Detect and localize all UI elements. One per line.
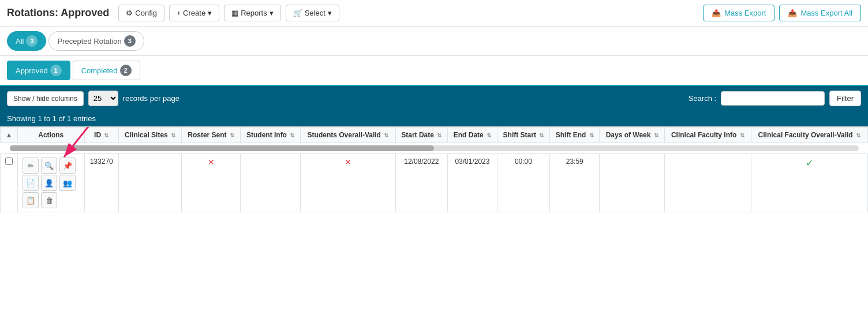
sort-icon: ⇅ [290,132,294,138]
select-button[interactable]: 🛒 Select ▾ [286,5,339,21]
header-roster-sent[interactable]: Roster Sent ⇅ [182,127,241,143]
table-controls-bar: Show / hide columns 25 50 100 records pe… [0,86,868,111]
header-id[interactable]: ID ⇅ [84,127,118,143]
group-button[interactable]: 👥 [59,175,76,191]
check-icon: ✓ [806,158,813,168]
header-start-date[interactable]: Start Date ⇅ [395,127,448,143]
sort-icon: ⇅ [230,132,234,138]
records-per-page-label: records per page [123,94,179,103]
header-actions: Actions [18,127,85,143]
chevron-down-icon: ▾ [270,9,274,17]
header-checkbox-cell: ▲ [1,127,18,143]
chevron-down-icon: ▾ [208,9,212,17]
export-icon: 📤 [712,9,721,17]
mass-export-all-button[interactable]: 📤 Mass Export All [779,5,861,21]
horizontal-scrollbar[interactable] [10,145,859,151]
tab-precepted-label: Precepted Rotation [57,37,121,46]
sort-icon: ⇅ [171,132,175,138]
search-input[interactable] [721,91,825,106]
tab-precepted-badge: 3 [124,35,136,47]
table-header-row: ▲ Actions ID ⇅ Clinical Sites ⇅ Roster S… [1,127,868,143]
records-per-page-select[interactable]: 25 50 100 [88,91,118,106]
header-shift-start[interactable]: Shift Start ⇅ [497,127,549,143]
row-checkbox[interactable] [5,158,13,165]
header-end-date[interactable]: End Date ⇅ [448,127,497,143]
header-days-of-week[interactable]: Days of Week ⇅ [600,127,665,143]
row-student-info [240,154,300,212]
row-students-overall-valid: ✕ [301,154,395,212]
filter-button[interactable]: Filter [829,91,861,106]
sort-icon: ⇅ [487,132,491,138]
row-shift-start: 00:00 [497,154,549,212]
select-icon: 🛒 [293,9,302,17]
delete-button[interactable]: 🗑 [41,192,57,208]
main-toolbar: Rotations: Approved ⚙ Config + Create ▾ … [0,0,868,27]
mass-export-button[interactable]: 📤 Mass Export [703,5,775,21]
row-end-date: 03/01/2023 [448,154,497,212]
row-roster-sent: ✕ [182,154,241,212]
search-label: Search : [689,94,716,103]
entries-info: Showing 1 to 1 of 1 entries [0,111,868,127]
row-start-date: 12/08/2022 [395,154,448,212]
scroll-bar-row [1,143,868,154]
header-student-info[interactable]: Student Info ⇅ [240,127,300,143]
subtab-completed-badge: 2 [120,65,132,76]
header-clinical-faculty-overall-valid[interactable]: Clinical Faculty Overall-Valid ⇅ [751,127,867,143]
action-buttons-grid: ✏ 🔍 📌 📄 👤 👥 📋 🗑 [23,158,77,208]
tab-all[interactable]: All 3 [7,31,46,51]
x-icon: ✕ [345,158,351,167]
data-table: ▲ Actions ID ⇅ Clinical Sites ⇅ Roster S… [0,127,868,212]
reports-icon: ▦ [231,9,238,17]
sort-icon: ⇅ [104,132,108,138]
user-button[interactable]: 👤 [41,175,57,191]
subtab-approved[interactable]: Approved 1 [7,61,70,80]
subtab-completed[interactable]: Completed 2 [73,61,140,80]
document-button[interactable]: 📄 [23,175,39,191]
copy-button[interactable]: 📋 [23,192,39,208]
header-shift-end[interactable]: Shift End ⇅ [550,127,600,143]
x-icon: ✕ [208,158,215,167]
subtab-approved-label: Approved [16,66,48,75]
row-checkbox-cell [1,154,18,212]
main-tabs: All 3 Precepted Rotation 3 [0,27,868,56]
tab-all-label: All [16,37,24,46]
sub-tabs: Approved 1 Completed 2 [0,56,868,86]
sort-icon: ⇅ [740,132,744,138]
row-shift-end: 23:59 [550,154,600,212]
create-button[interactable]: + Create ▾ [169,5,219,21]
page-title: Rotations: Approved [7,7,109,19]
reports-button[interactable]: ▦ Reports ▾ [224,5,281,21]
chevron-down-icon: ▾ [328,9,332,17]
data-table-wrapper: ▲ Actions ID ⇅ Clinical Sites ⇅ Roster S… [0,127,868,212]
row-days-of-week [600,154,665,212]
row-id: 133270 [84,154,118,212]
row-clinical-sites [118,154,181,212]
sort-icon: ⇅ [589,132,594,138]
export-all-icon: 📤 [788,9,797,17]
tab-precepted-rotation[interactable]: Precepted Rotation 3 [48,31,144,51]
header-students-overall-valid[interactable]: Students Overall-Valid ⇅ [301,127,395,143]
subtab-approved-badge: 1 [50,65,62,76]
sort-icon: ⇅ [539,132,544,138]
pin-button[interactable]: 📌 [59,158,76,174]
config-icon: ⚙ [126,9,133,17]
sort-icon: ⇅ [654,132,659,138]
subtab-completed-label: Completed [81,66,118,75]
edit-button[interactable]: ✏ [23,158,39,174]
search-view-button[interactable]: 🔍 [41,158,57,174]
row-actions-cell: ✏ 🔍 📌 📄 👤 👥 📋 🗑 [18,154,85,212]
row-clinical-faculty-info [665,154,751,212]
sort-icon: ⇅ [437,132,442,138]
sort-icon: ⇅ [384,132,388,138]
tab-all-badge: 3 [26,35,38,47]
table-row: ✏ 🔍 📌 📄 👤 👥 📋 🗑 133270 ✕ [1,154,868,212]
sort-icon: ⇅ [856,132,860,138]
header-clinical-sites[interactable]: Clinical Sites ⇅ [118,127,181,143]
header-clinical-faculty-info[interactable]: Clinical Faculty Info ⇅ [665,127,751,143]
show-hide-columns-button[interactable]: Show / hide columns [7,91,84,106]
up-arrow-icon: ▲ [6,131,13,139]
config-button[interactable]: ⚙ Config [118,5,164,21]
row-clinical-faculty-overall-valid: ✓ [751,154,867,212]
